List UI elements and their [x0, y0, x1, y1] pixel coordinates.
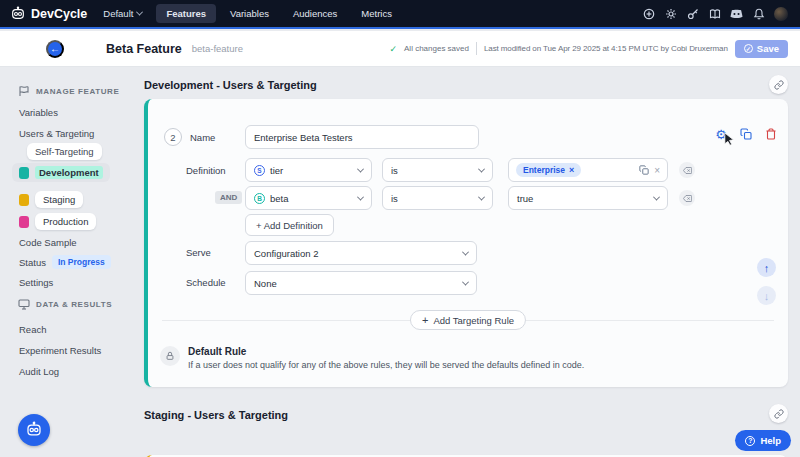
monitor-chart-icon — [18, 298, 30, 310]
sidebar-item-users-targeting[interactable]: Users & Targeting — [19, 128, 94, 139]
property-select-beta[interactable]: B beta — [245, 186, 372, 210]
feature-sidebar: MANAGE FEATURE Variables Users & Targeti… — [0, 67, 142, 457]
sidebar-item-code-sample[interactable]: Code Sample — [19, 237, 77, 248]
feature-key: beta-feature — [192, 43, 243, 54]
string-type-icon: S — [254, 165, 265, 176]
saved-status: All changes saved — [404, 44, 469, 53]
delete-rule-trash-icon[interactable] — [764, 127, 778, 141]
page-title: Beta Feature — [106, 42, 182, 56]
sidebar-item-production[interactable]: Production — [12, 210, 103, 233]
sidebar-item-experiment-results[interactable]: Experiment Results — [19, 345, 101, 356]
value-select-true[interactable]: true — [508, 186, 668, 210]
devcycle-app: DevCycle Default Features Variables Audi… — [0, 0, 800, 457]
mouse-cursor — [724, 132, 736, 146]
schedule-label: Schedule — [186, 277, 226, 288]
flag-icon — [18, 85, 30, 97]
sidebar-item-development[interactable]: Development — [12, 163, 110, 182]
plus-icon: + — [422, 314, 428, 326]
duplicate-rule-icon[interactable] — [739, 127, 753, 141]
schedule-select[interactable]: None — [245, 271, 477, 295]
rule-name-input[interactable] — [245, 125, 479, 149]
back-arrow-icon: ← — [50, 43, 60, 54]
remove-tag-icon[interactable]: × — [569, 165, 574, 175]
serve-select[interactable]: Configuration 2 — [245, 241, 477, 265]
feature-header-bar: ← Beta Feature beta-feature ✓ All change… — [0, 31, 800, 67]
value-tag-enterprise[interactable]: Enterprise × — [516, 163, 581, 177]
rule-number: 2 — [164, 128, 182, 146]
name-label: Name — [190, 132, 215, 143]
move-rule-up-button[interactable]: ↑ — [757, 258, 776, 277]
chevron-down-icon — [478, 193, 485, 200]
sidebar-item-audit-log[interactable]: Audit Log — [19, 366, 59, 377]
and-operator-badge: AND — [215, 191, 242, 204]
top-navbar: DevCycle Default Features Variables Audi… — [0, 0, 800, 29]
remove-definition-row-2-button[interactable] — [679, 190, 695, 206]
add-definition-button[interactable]: + Add Definition — [245, 214, 334, 236]
chevron-down-icon — [653, 193, 660, 200]
definition-label: Definition — [186, 165, 226, 176]
saved-check-icon: ✓ — [389, 44, 397, 54]
serve-label: Serve — [186, 247, 211, 258]
question-mark-icon: ? — [745, 436, 755, 446]
operator-select-1[interactable]: is — [382, 158, 493, 182]
boolean-type-icon: B — [254, 193, 265, 204]
brand-name: DevCycle — [31, 7, 87, 21]
chevron-down-icon — [136, 9, 143, 16]
data-results-header: DATA & RESULTS — [18, 298, 112, 310]
discord-icon[interactable] — [730, 7, 743, 20]
devcycle-logo[interactable]: DevCycle — [10, 6, 87, 22]
nav-item-audiences[interactable]: Audiences — [283, 4, 347, 23]
sidebar-item-variables[interactable]: Variables — [19, 107, 58, 118]
main-nav: Features Variables Audiences Metrics — [156, 4, 402, 23]
development-section-heading: Development - Users & Targeting — [144, 79, 317, 91]
chevron-down-icon — [462, 278, 469, 285]
property-select-tier[interactable]: S tier — [245, 158, 372, 182]
last-modified-text: Last modified on Tue Apr 29 2025 at 4:15… — [484, 44, 728, 53]
sidebar-item-status[interactable]: Status In Progress — [19, 255, 111, 269]
sidebar-item-settings[interactable]: Settings — [19, 277, 53, 288]
help-button[interactable]: ? Help — [735, 430, 791, 451]
staging-section-heading: Staging - Users & Targeting — [144, 409, 288, 421]
sidebar-item-self-targeting[interactable]: Self-Targeting — [27, 143, 102, 160]
status-badge: In Progress — [52, 255, 111, 269]
back-button[interactable]: ← — [46, 40, 64, 58]
sidebar-item-reach[interactable]: Reach — [19, 324, 46, 335]
staging-link-icon[interactable] — [769, 404, 788, 423]
staging-env-icon — [19, 194, 29, 206]
development-link-icon[interactable] — [769, 75, 788, 94]
robot-logo-icon — [10, 6, 26, 22]
add-targeting-rule-button[interactable]: + Add Targeting Rule — [410, 310, 526, 330]
divider — [476, 42, 477, 55]
user-avatar[interactable] — [774, 7, 788, 21]
production-env-icon — [19, 216, 29, 228]
devcycle-assistant-button[interactable] — [18, 414, 50, 446]
value-tag-input[interactable]: Enterprise × × — [508, 158, 668, 182]
remove-definition-row-1-button[interactable] — [679, 162, 695, 178]
lock-icon — [160, 346, 180, 366]
main-content: Development - Users & Targeting 2 Name ⚙ — [142, 67, 800, 457]
copy-values-icon[interactable] — [639, 165, 649, 175]
development-env-icon — [19, 167, 29, 179]
clear-values-icon[interactable]: × — [654, 165, 660, 176]
docs-book-icon[interactable] — [708, 7, 721, 20]
chevron-down-icon — [357, 193, 364, 200]
project-selector[interactable]: Default — [103, 8, 142, 19]
default-rule-title: Default Rule — [188, 346, 246, 357]
chevron-down-icon — [478, 165, 485, 172]
nav-item-features[interactable]: Features — [156, 4, 216, 23]
default-rule-description: If a user does not qualify for any of th… — [188, 360, 584, 370]
settings-gear-icon[interactable] — [664, 7, 677, 20]
move-rule-down-button[interactable]: ↓ — [757, 286, 776, 305]
operator-select-2[interactable]: is — [382, 186, 493, 210]
chevron-down-icon — [462, 248, 469, 255]
api-key-icon[interactable] — [686, 7, 699, 20]
targeting-rule-card: 2 Name ⚙ — [144, 99, 788, 387]
notifications-bell-icon[interactable] — [752, 7, 765, 20]
save-button[interactable]: ✓ Save — [735, 40, 788, 58]
sidebar-item-staging[interactable]: Staging — [12, 188, 90, 211]
robot-icon — [25, 421, 43, 439]
add-circle-icon[interactable] — [642, 7, 655, 20]
chevron-down-icon — [357, 165, 364, 172]
nav-item-variables[interactable]: Variables — [220, 4, 279, 23]
nav-item-metrics[interactable]: Metrics — [351, 4, 402, 23]
